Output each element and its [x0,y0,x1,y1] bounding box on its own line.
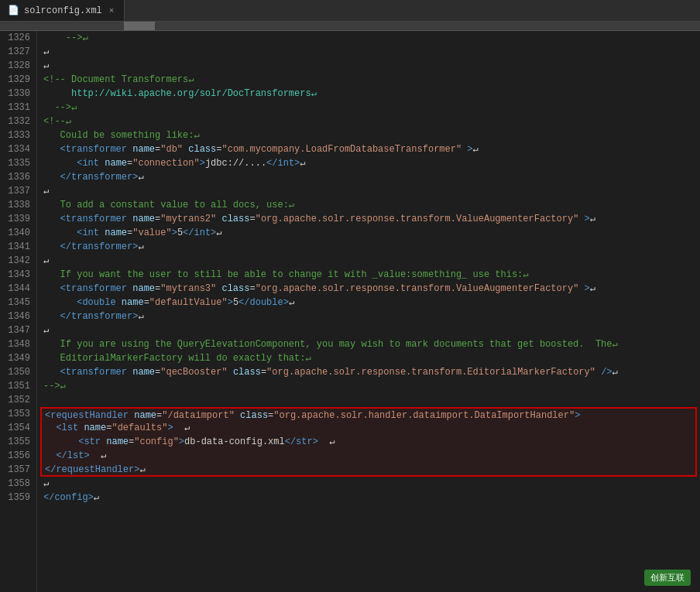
tab-title: solrconfig.xml [24,5,102,16]
watermark: 创新互联 [644,570,691,586]
line-number: 1359 [6,491,30,505]
code-line: ↵ [40,323,697,337]
line-number: 1329 [6,73,30,87]
code-line: -->↵ [40,379,697,393]
code-line: ↵ [40,184,697,198]
line-number: 1327 [6,45,30,59]
editor-container: 1326132713281329133013311332133313341335… [0,31,700,592]
line-number: 1331 [6,101,30,115]
code-line: <requestHandler name="/dataimport" class… [40,407,697,421]
line-number: 1349 [6,351,30,365]
code-line: Could be something like:↵ [40,128,697,142]
line-number: 1344 [6,282,30,296]
file-tab[interactable]: 📄 solrconfig.xml × [0,0,125,21]
code-line: If you are using the QueryElevationCompo… [40,337,697,351]
code-area: 1326132713281329133013311332133313341335… [0,31,700,592]
code-line: <transformer name="mytrans2" class="org.… [40,212,697,226]
code-line: <int name="value">5</int>↵ [40,226,697,240]
line-number: 1336 [6,170,30,184]
line-number: 1347 [6,323,30,337]
line-number: 1354 [6,421,30,435]
line-number: 1341 [6,240,30,254]
code-line: EditorialMarkerFactory will do exactly t… [40,351,697,365]
line-number: 1334 [6,142,30,156]
line-number: 1357 [6,463,30,477]
code-line: </transformer>↵ [40,310,697,323]
close-tab-button[interactable]: × [107,5,117,16]
line-number: 1328 [6,59,30,73]
code-line: </config>↵ [40,491,697,505]
line-number: 1356 [6,449,30,463]
line-number: 1333 [6,128,30,142]
horizontal-scrollbar[interactable] [0,22,700,31]
line-number: 1358 [6,477,30,491]
code-line: <double name="defaultValue">5</double>↵ [40,296,697,310]
line-number: 1332 [6,115,30,128]
tab-bar: 📄 solrconfig.xml × [0,0,700,22]
code-line: ↵ [40,45,697,59]
line-number: 1326 [6,31,30,45]
line-number: 1340 [6,226,30,240]
code-line: ↵ [40,477,697,491]
code-line: http://wiki.apache.org/solr/DocTransform… [40,87,697,101]
code-line: <str name="config">db-data-config.xml</s… [40,435,697,449]
line-number: 1343 [6,268,30,282]
code-line: <lst name="defaults"> ↵ [40,421,697,435]
line-number: 1339 [6,212,30,226]
code-line: </requestHandler>↵ [40,463,697,477]
line-number: 1338 [6,198,30,212]
code-line: <!--↵ [40,115,697,128]
code-line [40,393,697,407]
code-line: ↵ [40,254,697,268]
line-number: 1345 [6,296,30,310]
file-icon: 📄 [8,5,19,16]
code-line: If you want the user to still be able to… [40,268,697,282]
line-number: 1346 [6,310,30,323]
code-content: -->↵↵↵<!-- Document Transformers↵ http:/… [37,31,700,592]
code-line: <transformer name="mytrans3" class="org.… [40,282,697,296]
line-number: 1330 [6,87,30,101]
line-number: 1337 [6,184,30,198]
line-number: 1353 [6,407,30,421]
code-line: <transformer name="db" class="com.mycomp… [40,142,697,156]
line-number: 1348 [6,337,30,351]
code-line: ↵ [40,59,697,73]
app-container: 📄 solrconfig.xml × 132613271328132913301… [0,0,700,592]
code-lines: -->↵↵↵<!-- Document Transformers↵ http:/… [37,31,700,505]
code-line: </lst> ↵ [40,449,697,463]
line-number: 1342 [6,254,30,268]
line-number: 1351 [6,379,30,393]
code-line: -->↵ [40,101,697,115]
code-line: <transformer name="qecBooster" class="or… [40,365,697,379]
code-line: <int name="connection">jdbc://....</int>… [40,156,697,170]
line-number: 1355 [6,435,30,449]
code-line: To add a constant value to all docs, use… [40,198,697,212]
code-line: </transformer>↵ [40,240,697,254]
code-line: <!-- Document Transformers↵ [40,73,697,87]
scrollbar-thumb[interactable] [124,22,155,30]
line-number: 1352 [6,393,30,407]
line-numbers: 1326132713281329133013311332133313341335… [0,31,37,592]
line-number: 1335 [6,156,30,170]
code-line: </transformer>↵ [40,170,697,184]
code-line: -->↵ [40,31,697,45]
line-number: 1350 [6,365,30,379]
